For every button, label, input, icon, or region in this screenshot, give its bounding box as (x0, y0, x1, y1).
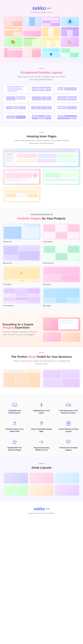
features-grid: Compatible with WooCommerce Lightning Fa… (3, 400, 80, 452)
layout-card-2 (29, 85, 54, 93)
portfolio-img-1 (3, 224, 40, 240)
support-icon (65, 438, 72, 445)
screenshot-11 (42, 37, 60, 47)
portfolio-item-2: Small images (42, 224, 80, 243)
screenshot-2 (23, 17, 41, 26)
svg-rect-3 (70, 404, 70, 406)
portfolio-label-3: Big masonry (3, 262, 40, 264)
great-layout-4 (4, 485, 28, 496)
feature-layouts-label: A Vast Collection of Great Layouts (58, 428, 79, 432)
inner-pages-grid (3, 148, 80, 202)
portfolio-label-4: Small masonry (42, 262, 80, 264)
portfolio-img-6 (42, 266, 80, 282)
portfolio-label-6: Big Gallery (42, 284, 80, 285)
blog-text: Everything for a Superb Blogging Experie… (3, 323, 40, 336)
inner-pages-desc: Sekko comes packed with a diverse collec… (13, 139, 70, 145)
screenshot-8 (61, 27, 79, 36)
blog-bg: Everything for a Superb Blogging Experie… (0, 312, 83, 347)
screenshot-3 (42, 17, 60, 26)
portfolio-item-3: Big masonry (3, 245, 40, 264)
blog-title-highlight: Blogging (3, 326, 14, 329)
screenshot-4: 👤 (61, 17, 79, 26)
svg-rect-9 (66, 424, 68, 425)
screenshot-12: 📐 (61, 37, 79, 47)
great-layout-1 (4, 473, 28, 484)
layout-card-5 (29, 94, 54, 102)
brand-subtitle: The Ultimate Portfolio Theme (3, 12, 80, 14)
feature-support: Professional & Friendly Support (56, 437, 80, 452)
feature-woocommerce-label: Compatible with WooCommerce (4, 410, 25, 414)
feature-support-label: Professional & Friendly Support (58, 447, 79, 451)
layout-card-4 (4, 94, 28, 102)
inner-pages-title: Amazing Inner Pages (3, 135, 80, 138)
blog-img-row (43, 332, 80, 342)
inner-pages-section: Amazing Inner Pages Sekko comes packed w… (0, 127, 83, 208)
portfolio-img-2 (42, 224, 80, 240)
admin-icon (11, 420, 18, 427)
brand-dash (47, 8, 51, 8)
portfolio-singles-section: A Stunning Selection of Portfolio Single… (0, 208, 83, 312)
screenshot-5 (4, 27, 22, 36)
portfolio-singles-title: Portfolio Singles for Your Projects (3, 217, 80, 220)
great-layouts-grid (4, 473, 79, 496)
svg-rect-7 (66, 421, 68, 423)
layouts-desc: Display your work in a number of gorgeou… (13, 76, 70, 81)
portfolio-label-8: Big images (42, 305, 80, 306)
woocommerce-icon (11, 402, 18, 408)
plugins-icon (11, 438, 18, 445)
shop-grid (3, 369, 80, 388)
portfolio-label-2: Small images (42, 241, 80, 243)
divider (39, 68, 44, 69)
shop-section: The Perfect Shop Toolkit for Your Busine… (0, 347, 83, 393)
great-layout-5 (29, 485, 54, 496)
feature-pagebuilder-label: Drag-and-drop Page Builder for Free (31, 447, 52, 451)
feature-responsive: Fully Responsive on All Devices & Screen… (56, 400, 80, 416)
layout-card-1 (4, 85, 28, 93)
portfolio-img-7 (3, 288, 40, 304)
feature-woocommerce: Compatible with WooCommerce (3, 400, 26, 416)
screenshot-16 (61, 48, 79, 58)
screenshot-10 (23, 37, 41, 47)
inner-page-3 (42, 169, 80, 185)
great-layouts-section: Great Layouts (0, 458, 83, 501)
svg-rect-10 (69, 424, 70, 425)
layout-card-12 (55, 113, 79, 121)
portfolio-label-1: Vertical loop (3, 241, 40, 243)
svg-marker-1 (40, 403, 42, 407)
layouts-section: Exceptional Portfolio Layouts Display yo… (0, 63, 83, 127)
screenshot-7 (42, 27, 60, 36)
footer-logo: sekko (3, 506, 80, 511)
feature-maps-label: Fully Customizable Google Maps (31, 428, 52, 432)
layouts-title: Exceptional Portfolio Layouts (3, 71, 80, 74)
feature-plugins-label: Bundled With Two Premium Plugins (4, 447, 25, 451)
great-layout-3 (55, 473, 79, 484)
footer-dash (46, 508, 50, 509)
feature-lightning-label: Lightning Fast 1-click Import (31, 410, 52, 414)
inner-page-main (3, 148, 80, 168)
brand-name: sekko (32, 6, 46, 11)
great-layout-2 (29, 473, 54, 484)
portfolio-item-6: Big Gallery (42, 266, 80, 285)
portfolio-label-7: Small Masonry (3, 305, 40, 306)
shop-img-2 (42, 369, 80, 388)
screenshot-1 (4, 17, 22, 26)
brand-logo: sekko (3, 6, 80, 11)
blog-title: Everything for a Superb Blogging Experie… (3, 323, 40, 329)
screenshot-6 (23, 27, 41, 36)
blog-images (43, 318, 80, 342)
hero-section: sekko The Ultimate Portfolio Theme (0, 0, 83, 63)
feature-maps: Fully Customizable Google Maps (30, 418, 53, 434)
maps-icon (38, 420, 45, 427)
feature-admin: Powerful & Easy to Use Admin Panel (3, 418, 26, 434)
portfolio-item-7: Small Masonry (3, 288, 40, 306)
inner-page-4 (3, 186, 41, 202)
shop-title: The Perfect Shop Toolkit for Your Busine… (3, 355, 80, 358)
feature-layouts: A Vast Collection of Great Layouts (56, 418, 80, 434)
feature-admin-label: Powerful & Easy to Use Admin Panel (4, 428, 25, 432)
feature-responsive-label: Fully Responsive on All Devices & Screen… (58, 410, 79, 414)
layout-card-8 (29, 104, 54, 112)
portfolio-item-8: Big images (42, 288, 80, 306)
layout-wireframe-grid (4, 85, 79, 121)
blog-img-main (43, 318, 80, 331)
great-layout-6 (55, 485, 79, 496)
